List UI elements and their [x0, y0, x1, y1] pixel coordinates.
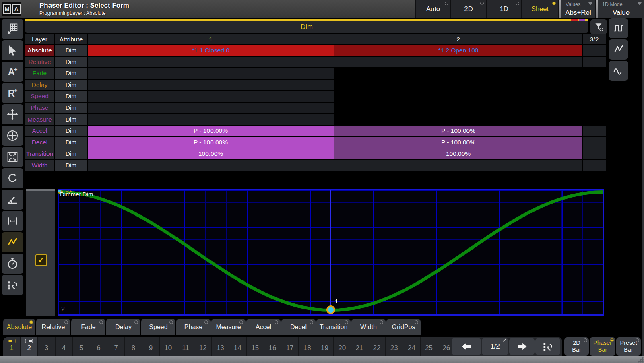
value-cell-delay-page[interactable]	[583, 80, 606, 91]
step-button-16[interactable]: 16	[264, 337, 281, 356]
value-cell-decel-step2[interactable]: P - 100.00%	[334, 137, 582, 148]
phaser-graph[interactable]: Dimmer.Dim 2 1	[58, 189, 604, 316]
window-titlebar[interactable]: M A Phaser Editor : Select Form Programm…	[0, 0, 644, 18]
attribute-cell-accel[interactable]: Dim	[55, 126, 87, 136]
layer-cell-transition[interactable]: Transition	[25, 148, 54, 159]
value-cell-delay-step2[interactable]	[334, 80, 582, 91]
view-button-2d[interactable]: 2D	[451, 0, 486, 18]
step-button-18[interactable]: 18	[299, 337, 316, 356]
tool-button-width[interactable]	[2, 211, 23, 231]
attribute-cell-fade[interactable]: Dim	[55, 68, 87, 79]
value-cell-relative-step1[interactable]	[88, 57, 334, 68]
value-cell-transition-page[interactable]	[583, 148, 606, 159]
tab-measure[interactable]: Measure	[211, 319, 246, 335]
tab-phase[interactable]: Phase	[176, 319, 211, 335]
view-button-auto[interactable]: Auto	[416, 0, 450, 18]
layer-cell-absolute[interactable]: Absolute	[25, 45, 54, 56]
attribute-cell-phase[interactable]: Dim	[55, 103, 87, 113]
tab-fade[interactable]: Fade	[71, 319, 105, 335]
layer-cell-width[interactable]: Width	[25, 160, 54, 171]
value-cell-fade-step1[interactable]	[88, 68, 334, 79]
encoder-bar[interactable]: Dim	[25, 19, 588, 33]
page-indicator-button[interactable]: 1/2	[482, 338, 508, 355]
attribute-cell-speed[interactable]: Dim	[55, 91, 87, 102]
phaser-bar-button[interactable]: PhaserBar	[590, 337, 615, 356]
value-cell-speed-page[interactable]	[583, 91, 606, 102]
2d-bar-button[interactable]: 2DBar	[564, 337, 589, 356]
attribute-cell-width[interactable]: Dim	[55, 160, 87, 171]
value-cell-absolute-step1[interactable]: *1.1 Closed 0	[88, 45, 334, 56]
value-cell-transition-step1[interactable]: 100.00%	[88, 148, 334, 159]
tab-transition[interactable]: Transition	[316, 319, 351, 335]
attribute-cell-measure[interactable]: Dim	[55, 114, 87, 125]
tab-gridpos[interactable]: GridPos	[386, 319, 421, 335]
layer-cell-speed[interactable]: Speed	[25, 91, 54, 102]
tool-button-add-a[interactable]: A+	[2, 62, 23, 82]
value-cell-width-step1[interactable]	[88, 160, 334, 171]
value-cell-width-page[interactable]	[583, 160, 606, 171]
sheet-header-2[interactable]: 2	[334, 34, 582, 44]
tool-button-pointer[interactable]	[2, 40, 23, 60]
tool-button-stopwatch[interactable]	[2, 254, 23, 274]
step-button-17[interactable]: 17	[281, 337, 299, 356]
step-button-9[interactable]: 9	[142, 337, 160, 356]
prev-page-button[interactable]	[452, 338, 481, 355]
step1-point-marker[interactable]	[326, 305, 335, 314]
step-button-12[interactable]: 12	[194, 337, 212, 356]
value-cell-speed-step2[interactable]	[334, 91, 582, 102]
tab-relative[interactable]: Relative	[36, 319, 70, 335]
step-button-3[interactable]: 3	[38, 337, 55, 356]
tool-button-grid-cursor[interactable]	[2, 19, 23, 39]
tool-button-rotate[interactable]	[2, 168, 23, 188]
value-cell-accel-step2[interactable]: P - 100.00%	[334, 126, 582, 136]
form-button-square-wave[interactable]	[609, 18, 628, 38]
value-cell-decel-step1[interactable]: P - 100.00%	[88, 137, 334, 148]
step-button-19[interactable]: 19	[316, 337, 333, 356]
value-cell-phase-step2[interactable]	[334, 103, 582, 113]
resize-grip-icon[interactable]	[637, 356, 644, 363]
form-button-zigzag-wave[interactable]	[609, 39, 628, 60]
step-button-8[interactable]: 8	[125, 337, 142, 356]
value-cell-measure-page[interactable]	[583, 114, 606, 125]
layer-cell-fade[interactable]: Fade	[25, 68, 54, 79]
layer-cell-phase[interactable]: Phase	[25, 103, 54, 113]
view-button-sheet[interactable]: Sheet	[522, 0, 558, 18]
tab-width[interactable]: Width	[351, 319, 386, 335]
sheet-header-1[interactable]: 1	[88, 34, 334, 44]
value-cell-transition-step2[interactable]: 100.00%	[334, 148, 582, 159]
step-button-4[interactable]: 4	[56, 337, 73, 356]
attribute-cell-relative[interactable]: Dim	[55, 57, 87, 68]
value-cell-relative-page[interactable]	[583, 57, 606, 68]
attribute-cell-delay[interactable]: Dim	[55, 80, 87, 91]
value-cell-accel-page[interactable]	[583, 126, 606, 136]
tool-button-angle[interactable]	[2, 190, 23, 210]
value-cell-absolute-step2[interactable]: *1.2 Open 100	[334, 45, 582, 56]
step-button-22[interactable]: 22	[368, 337, 386, 356]
sync-button[interactable]	[535, 338, 560, 355]
filter-button[interactable]	[590, 19, 607, 34]
layer-cell-decel[interactable]: Decel	[25, 137, 54, 148]
step-button-25[interactable]: 25	[421, 337, 438, 356]
layer-cell-relative[interactable]: Relative	[25, 57, 54, 68]
step-button-2[interactable]: 2	[21, 337, 38, 356]
attribute-cell-transition[interactable]: Dim	[55, 148, 87, 159]
tool-button-sync[interactable]	[2, 275, 23, 295]
step-button-20[interactable]: 20	[334, 337, 351, 356]
step-button-13[interactable]: 13	[212, 337, 229, 356]
phaser-curve[interactable]	[58, 190, 603, 314]
tool-button-move-circle[interactable]	[2, 126, 23, 146]
tab-delay[interactable]: Delay	[106, 319, 140, 335]
preset-bar-button[interactable]: PresetBar	[616, 337, 641, 356]
values-dropdown[interactable]: Values Abs+Rel	[561, 0, 595, 18]
step-button-10[interactable]: 10	[160, 337, 177, 356]
step-button-14[interactable]: 14	[229, 337, 246, 356]
value-cell-phase-step1[interactable]	[88, 103, 334, 113]
sheet-header-layer[interactable]: Layer	[25, 34, 54, 44]
step-button-24[interactable]: 24	[403, 337, 420, 356]
step-button-7[interactable]: 7	[107, 337, 125, 356]
value-cell-absolute-page[interactable]	[583, 45, 606, 56]
value-cell-measure-step1[interactable]	[88, 114, 334, 125]
layer-cell-measure[interactable]: Measure	[25, 114, 54, 125]
value-cell-phase-page[interactable]	[583, 103, 606, 113]
sheet-header-3-2[interactable]: 3/2	[583, 34, 606, 44]
